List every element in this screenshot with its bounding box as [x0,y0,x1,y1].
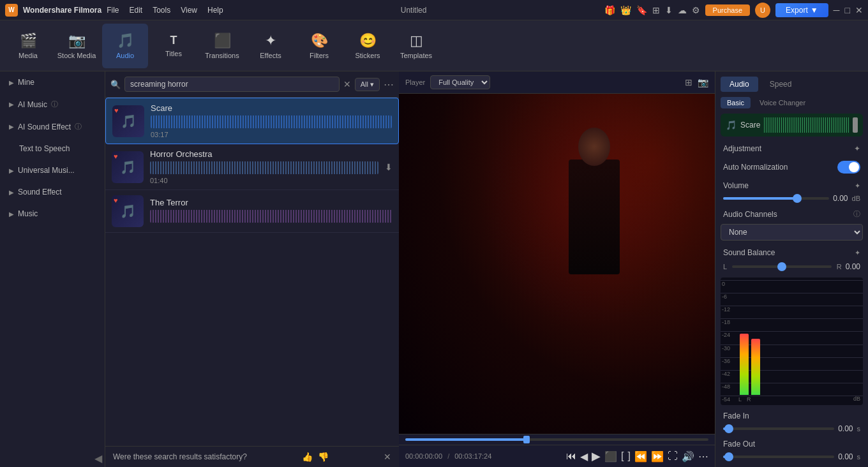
playback-time-slider[interactable] [405,438,708,441]
more-options-button[interactable]: ⋯ [698,450,708,463]
toolbar-templates[interactable]: ◫ Templates [393,24,439,68]
left-panel-collapse-btn[interactable]: ◀ [0,450,105,467]
playback-controls: 00:00:00:00 / 00:03:17:24 ⏮ ◀ ▶ ⬛ [ ] ⏪ … [399,445,715,467]
volume-button[interactable]: 🔊 [682,450,694,463]
sidebar-item-mine[interactable]: ▶ Mine [3,73,102,92]
rewind-button[interactable]: ⏮ [566,450,576,462]
time-separator: / [447,452,449,460]
audio-item-the-terror[interactable]: ♥ 🎵 The Terror [105,190,399,233]
toolbar-transitions[interactable]: ⬛ Transitions [199,24,245,68]
feedback-close-button[interactable]: ✕ [384,452,391,462]
db-unit-label: dB [853,396,860,402]
grid-view-icon[interactable]: ⊞ [685,77,692,87]
subtab-basic[interactable]: Basic [721,97,751,108]
sidebar-item-universal-music[interactable]: ▶ Universal Musi... [3,161,102,180]
fade-in-slider[interactable] [723,427,834,430]
horror-orchestra-download-icon[interactable]: ⬇ [385,162,393,172]
tab-speed[interactable]: Speed [761,77,801,92]
ai-sound-effect-label: AI Sound Effect [18,122,71,131]
horror-orchestra-note: 🎵 [120,159,136,175]
toolbar-media[interactable]: 🎬 Media [5,24,51,68]
sidebar-item-ai-sound-effect[interactable]: ▶ AI Sound Effect ⓘ [3,117,102,137]
menu-edit[interactable]: Edit [129,6,142,15]
minimize-button[interactable]: ─ [834,5,840,15]
sidebar-item-music[interactable]: ▶ Music [3,204,102,223]
mark-out-button[interactable]: ] [628,450,631,462]
prev-frame-button[interactable]: ⏪ [634,450,647,463]
main-area: ▶ Mine ▶ AI Music ⓘ ▶ AI Sound Effect ⓘ … [0,71,868,467]
search-input[interactable] [124,77,340,92]
transitions-icon: ⬛ [214,33,231,49]
menu-tools[interactable]: Tools [153,6,170,15]
balance-slider[interactable] [732,265,832,268]
search-clear-button[interactable]: ✕ [343,79,351,89]
layout-icon[interactable]: ⊞ [652,5,660,15]
universal-music-label: Universal Musi... [18,166,75,175]
subtab-voice-changer[interactable]: Voice Changer [753,97,812,108]
sound-effect-label: Sound Effect [18,188,62,196]
settings-icon[interactable]: ⚙ [692,5,700,15]
sidebar-item-ai-music[interactable]: ▶ AI Music ⓘ [3,94,102,114]
toolbar-effects[interactable]: ✦ Effects [248,24,294,68]
audio-track-display: 🎵 Scare [721,114,863,137]
sidebar-item-text-to-speech[interactable]: Text to Speech [3,139,102,158]
mine-label: Mine [18,78,34,87]
fullscreen-button[interactable]: ⛶ [668,450,678,462]
audio-search-panel: 🔍 ✕ All ▾ ⋯ ♥ 🎵 Scare 03:17 [105,71,399,467]
play-button[interactable]: ▶ [592,449,601,463]
crown-icon[interactable]: 👑 [620,5,631,15]
tab-audio[interactable]: Audio [721,77,758,92]
download-icon[interactable]: ⬇ [665,5,673,15]
db-bar-l [740,334,749,395]
snapshot-icon[interactable]: 📷 [698,77,708,87]
menu-help[interactable]: Help [207,6,223,15]
bookmark-icon[interactable]: 🔖 [636,5,647,15]
main-toolbar: 🎬 Media 📷 Stock Media 🎵 Audio T Titles ⬛… [0,20,868,71]
volume-value: 0.00 [833,194,848,203]
titles-label: Titles [165,50,182,57]
search-filter-dropdown[interactable]: All ▾ [355,78,380,91]
templates-icon: ◫ [410,33,423,49]
volume-slider[interactable] [723,197,829,200]
search-more-button[interactable]: ⋯ [384,78,394,91]
toolbar-titles[interactable]: T Titles [151,24,197,68]
thumbs-down-button[interactable]: 👎 [318,452,329,462]
quality-select[interactable]: Full Quality [430,75,490,89]
purchase-button[interactable]: Purchase [705,4,750,16]
next-frame-button[interactable]: ⏩ [651,450,664,463]
audio-item-scare[interactable]: ♥ 🎵 Scare 03:17 [105,98,399,144]
toolbar-stock-media[interactable]: 📷 Stock Media [54,24,100,68]
auto-normalization-toggle[interactable] [837,161,860,174]
channels-select[interactable]: None [721,224,863,241]
app-name: Wondershare Filmora [23,6,101,15]
track-name-label: Scare [740,121,760,130]
cloud-icon[interactable]: ☁ [678,5,687,15]
maximize-button[interactable]: □ [845,5,850,15]
transitions-label: Transitions [205,52,239,59]
mark-in-button[interactable]: [ [621,450,624,462]
audio-item-horror-orchestra[interactable]: ♥ 🎵 Horror Orchestra 01:40 ⬇ [105,144,399,190]
close-button[interactable]: ✕ [855,5,863,15]
filters-icon: 🎨 [311,33,328,49]
sidebar-item-sound-effect[interactable]: ▶ Sound Effect [3,182,102,202]
stop-button[interactable]: ⬛ [604,450,617,463]
menu-view[interactable]: View [181,6,197,15]
volume-label: Volume [723,181,749,190]
horror-orchestra-info: Horror Orchestra 01:40 [150,149,378,184]
menu-file[interactable]: File [107,6,119,15]
sound-balance-expand-icon[interactable]: ✦ [855,249,860,257]
user-avatar[interactable]: U [755,3,770,18]
volume-expand-icon[interactable]: ✦ [855,182,860,190]
export-button[interactable]: Export ▼ [775,3,828,17]
gift-icon[interactable]: 🎁 [604,5,615,15]
thumbs-up-button[interactable]: 👍 [302,452,313,462]
toolbar-filters[interactable]: 🎨 Filters [296,24,342,68]
media-icon: 🎬 [20,33,37,49]
step-back-button[interactable]: ◀ [580,450,588,463]
toolbar-audio[interactable]: 🎵 Audio [102,24,148,68]
adjustment-expand-icon[interactable]: ✦ [854,144,860,153]
track-handle[interactable] [853,117,858,133]
fade-out-slider[interactable] [723,456,834,458]
time-current: 00:00:00:00 [405,452,442,460]
toolbar-stickers[interactable]: 😊 Stickers [345,24,391,68]
